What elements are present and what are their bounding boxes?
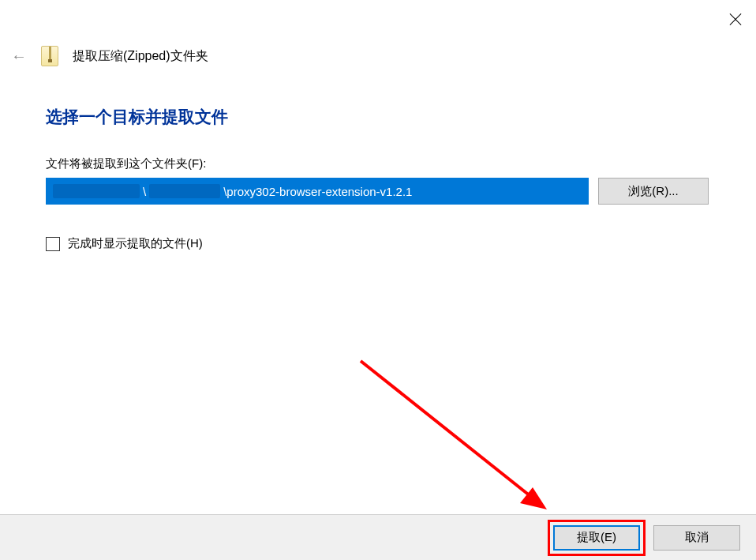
redacted-path-segment xyxy=(53,184,140,198)
path-visible-text: \proxy302-browser-extension-v1.2.1 xyxy=(223,185,412,198)
browse-button[interactable]: 浏览(R)... xyxy=(598,178,709,205)
show-files-checkbox-label[interactable]: 完成时显示提取的文件(H) xyxy=(68,236,203,251)
extract-button[interactable]: 提取(E) xyxy=(553,525,640,551)
cancel-button[interactable]: 取消 xyxy=(653,525,740,551)
extract-path-input[interactable]: \ \proxy302-browser-extension-v1.2.1 xyxy=(46,178,589,205)
annotation-highlight-box: 提取(E) xyxy=(548,520,646,556)
show-files-checkbox[interactable] xyxy=(46,237,60,251)
footer-bar: 提取(E) 取消 xyxy=(0,514,756,560)
close-icon[interactable] xyxy=(729,13,742,26)
content-area: 选择一个目标并提取文件 文件将被提取到这个文件夹(F): \ \proxy302… xyxy=(0,66,756,251)
path-label: 文件将被提取到这个文件夹(F): xyxy=(46,156,710,171)
window-title: 提取压缩(Zipped)文件夹 xyxy=(73,48,208,65)
path-separator: \ xyxy=(143,185,146,198)
svg-marker-1 xyxy=(520,487,547,509)
svg-line-0 xyxy=(361,361,534,499)
zip-folder-icon xyxy=(41,46,58,66)
redacted-path-segment xyxy=(149,184,220,198)
header-row: ← 提取压缩(Zipped)文件夹 xyxy=(0,46,756,66)
annotation-arrow-icon xyxy=(353,353,558,519)
page-heading: 选择一个目标并提取文件 xyxy=(46,106,710,128)
back-arrow[interactable]: ← xyxy=(11,47,27,66)
